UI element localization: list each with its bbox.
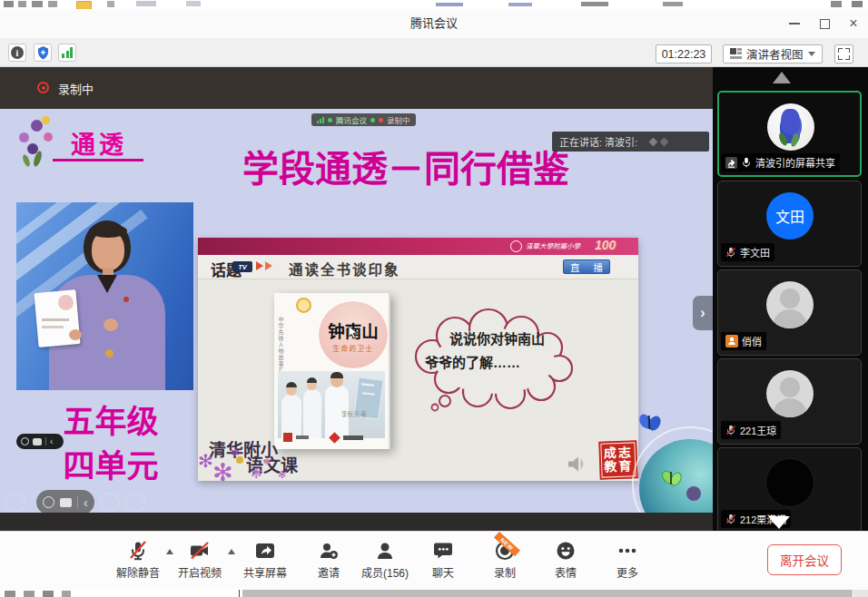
decor <box>186 1 201 6</box>
unmute-button[interactable]: 解除静音 <box>104 540 172 580</box>
decor <box>296 436 309 439</box>
chat-button[interactable]: 聊天 <box>409 540 477 580</box>
shield-icon <box>37 46 49 60</box>
slide-corner-badge: 通透 <box>71 125 127 161</box>
participant-tile[interactable]: 俏俏 <box>717 269 862 356</box>
publisher-logo <box>283 433 292 442</box>
flower-decoration: ✻ <box>198 452 213 470</box>
book-subtitle: 生命的卫士 <box>319 343 388 353</box>
decor <box>686 486 701 501</box>
green-dot-icon <box>370 118 375 122</box>
reactions-button[interactable]: 表情 <box>532 540 599 580</box>
fullscreen-button[interactable] <box>834 44 853 64</box>
invite-person-icon <box>318 540 340 562</box>
meeting-header-toolbar: i 01:22:23 演讲者视图 <box>0 38 868 67</box>
avatar <box>767 103 814 151</box>
decor <box>581 2 608 6</box>
shared-app-status-pill: 腾讯会议 录制中 <box>311 113 416 126</box>
participant-tile[interactable]: 文田 李文田 <box>717 181 862 267</box>
view-mode-label: 演讲者视图 <box>746 45 804 63</box>
scroll-up-arrow[interactable] <box>773 72 791 83</box>
bubble-text-line1: 说说你对钟南山 <box>449 328 545 347</box>
decor <box>781 109 800 134</box>
decor <box>852 1 863 7</box>
participant-name-label: 221王琼 <box>721 421 781 439</box>
decor <box>5 591 15 597</box>
silhouette-icon <box>780 377 800 397</box>
teacher-video-still <box>16 202 193 390</box>
scrollbar-fragment[interactable] <box>242 590 851 597</box>
collapse-chevron-icon: ‹ <box>50 437 53 445</box>
security-button[interactable] <box>34 44 52 62</box>
decor <box>62 591 71 597</box>
decor <box>663 2 683 6</box>
decor <box>136 1 156 6</box>
collapse-panel-tab[interactable]: › <box>693 296 713 330</box>
smiley-icon <box>21 437 29 445</box>
decor <box>265 261 272 270</box>
participant-tile[interactable]: 清波引的屏幕共享 <box>717 91 862 177</box>
info-icon: i <box>11 46 24 59</box>
decor <box>773 398 807 417</box>
letterbox-band <box>0 513 713 531</box>
voice-wave-icon <box>660 137 669 146</box>
reaction-quickbar-small[interactable]: ‹ <box>16 434 64 449</box>
school-logo-icon <box>510 240 522 252</box>
members-button[interactable]: 成员(156) <box>351 540 419 580</box>
meeting-info-button[interactable]: i <box>8 44 26 62</box>
participant-tile[interactable]: 221王琼 <box>717 358 862 445</box>
view-mode-button[interactable]: 演讲者视图 <box>723 44 823 64</box>
book-illustration <box>278 371 385 438</box>
decor <box>18 1 26 7</box>
decor <box>104 318 118 331</box>
minimize-button[interactable] <box>781 9 808 38</box>
participant-name-label: 俏俏 <box>721 332 766 350</box>
attendee-badge-icon <box>725 335 738 347</box>
chat-icon <box>432 540 454 562</box>
topic-title: 通读全书谈印象 <box>289 259 400 279</box>
bubble-text-line2: 爷爷的了解…… <box>425 352 520 371</box>
book-author: 李秋沅 著 <box>341 409 367 418</box>
scroll-down-arrow[interactable] <box>768 516 790 529</box>
decor <box>343 436 363 440</box>
minimize-icon <box>789 23 800 24</box>
tencent-meeting-window: 腾讯会议 × i 01:22:23 <box>0 0 868 597</box>
title-bar: 腾讯会议 <box>0 9 868 38</box>
mic-on-icon <box>741 157 752 168</box>
decor <box>436 3 463 6</box>
voice-wave-icon <box>649 137 658 146</box>
share-screen-button[interactable]: 共享屏幕 <box>232 540 299 580</box>
stamp-line2: 教育 <box>604 459 634 474</box>
cetv-logo: TV <box>232 261 252 272</box>
decor <box>69 329 82 340</box>
mic-muted-icon <box>725 425 736 436</box>
seal-icon <box>296 298 311 313</box>
reaction-quickbar-large[interactable]: ‹ <box>36 490 94 513</box>
more-button[interactable]: 更多 <box>594 540 661 580</box>
ghost-circle <box>5 493 25 513</box>
status-app-name: 腾讯会议 <box>336 114 367 125</box>
decor <box>123 297 129 302</box>
recording-label: 录制中 <box>58 80 94 97</box>
decor <box>105 349 113 357</box>
maximize-button[interactable] <box>811 9 838 38</box>
record-button[interactable]: 录制 NEW <box>471 540 538 580</box>
decor <box>43 591 54 597</box>
maximize-icon <box>820 19 830 29</box>
decor <box>790 132 801 147</box>
active-speaker-text: 正在讲话: 清波引: <box>559 134 637 149</box>
book-cover: 中华先锋人物故事汇 钟南山 钟南山 生命的卫士 <box>274 293 390 449</box>
layout-icon <box>730 48 742 60</box>
divider <box>77 496 78 508</box>
ghost-more-icon <box>125 493 145 513</box>
avatar-initials: 文田 <box>775 205 804 227</box>
avatar <box>766 281 814 328</box>
more-dots-icon <box>616 540 638 562</box>
network-status-button[interactable] <box>58 44 76 62</box>
close-button[interactable]: × <box>840 9 867 38</box>
leave-meeting-button[interactable]: 离开会议 <box>767 544 842 575</box>
flower-decoration: ✻ <box>231 447 240 458</box>
start-video-button[interactable]: 开启视频 <box>166 540 233 580</box>
decor <box>24 591 35 597</box>
card-top-banner: 清華大學附屬小學 100 <box>198 238 638 255</box>
